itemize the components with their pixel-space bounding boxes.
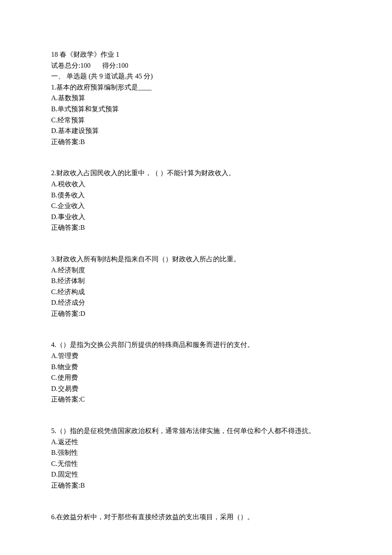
score-value: 100 — [118, 62, 128, 69]
question-1: 1.基本的政府预算编制形式是____ A.基数预算 B.单式预算和复式预算 C.… — [51, 82, 341, 147]
option-d: D.基本建设预算 — [51, 125, 341, 136]
question-text: 2.财政收入占国民收入的比重中，（ ）不能计算为财政收入。 — [51, 168, 341, 179]
score-line: 试卷总分:100 得分:100 — [51, 60, 341, 71]
option-d: D.固定性 — [51, 469, 341, 480]
question-text: 3.财政收入所有制结构是指来自不同（）财政收入所占的比重。 — [51, 254, 341, 265]
option-b: B.单式预算和复式预算 — [51, 104, 341, 115]
option-b: B.强制性 — [51, 447, 341, 458]
correct-answer: 正确答案:D — [51, 308, 341, 319]
option-b: B.债务收入 — [51, 190, 341, 201]
score-label: 得分: — [102, 62, 118, 69]
total-value: 100 — [80, 62, 90, 69]
total-label: 试卷总分: — [51, 62, 80, 69]
question-2: 2.财政收入占国民收入的比重中，（ ）不能计算为财政收入。 A.税收收入 B.债… — [51, 168, 341, 233]
correct-answer: 正确答案:B — [51, 480, 341, 491]
option-d: D.交易费 — [51, 383, 341, 394]
option-c: C.使用费 — [51, 372, 341, 383]
option-c: C.企业收入 — [51, 200, 341, 211]
option-a: A.返还性 — [51, 436, 341, 448]
assignment-title: 18 春《财政学》作业 1 — [51, 49, 341, 60]
question-text: 1.基本的政府预算编制形式是____ — [51, 82, 341, 93]
correct-answer: 正确答案:C — [51, 394, 341, 405]
question-4: 4.（）是指为交换公共部门所提供的特殊商品和服务而进行的支付。 A.管理费 B.… — [51, 339, 341, 405]
option-d: D.事业收入 — [51, 211, 341, 223]
question-3: 3.财政收入所有制结构是指来自不同（）财政收入所占的比重。 A.经济制度 B.经… — [51, 254, 341, 319]
question-text: 5.（）指的是征税凭借国家政治权利，通常颁布法律实施，任何单位和个人都不得违抗。 — [51, 425, 341, 436]
document-page: 18 春《财政学》作业 1 试卷总分:100 得分:100 一、 单选题 (共 … — [0, 0, 392, 555]
section-header: 一、 单选题 (共 9 道试题,共 45 分) — [51, 71, 341, 82]
option-c: C.无偿性 — [51, 458, 341, 469]
option-c: C.经常预算 — [51, 115, 341, 126]
option-b: B.物业费 — [51, 361, 341, 373]
option-d: D.经济成分 — [51, 297, 341, 308]
question-text: 4.（）是指为交换公共部门所提供的特殊商品和服务而进行的支付。 — [51, 339, 341, 350]
correct-answer: 正确答案:B — [51, 222, 341, 233]
option-a: A.税收收入 — [51, 179, 341, 190]
option-a: A.基数预算 — [51, 92, 341, 104]
correct-answer: 正确答案:B — [51, 136, 341, 147]
question-5: 5.（）指的是征税凭借国家政治权利，通常颁布法律实施，任何单位和个人都不得违抗。… — [51, 425, 341, 491]
option-a: A.管理费 — [51, 350, 341, 361]
option-a: A.经济制度 — [51, 265, 341, 276]
question-6: 6.在效益分析中，对于那些有直接经济效益的支出项目，采用（）。 — [51, 512, 341, 523]
question-text: 6.在效益分析中，对于那些有直接经济效益的支出项目，采用（）。 — [51, 512, 341, 523]
option-b: B.经济体制 — [51, 275, 341, 286]
option-c: C.经济构成 — [51, 286, 341, 298]
